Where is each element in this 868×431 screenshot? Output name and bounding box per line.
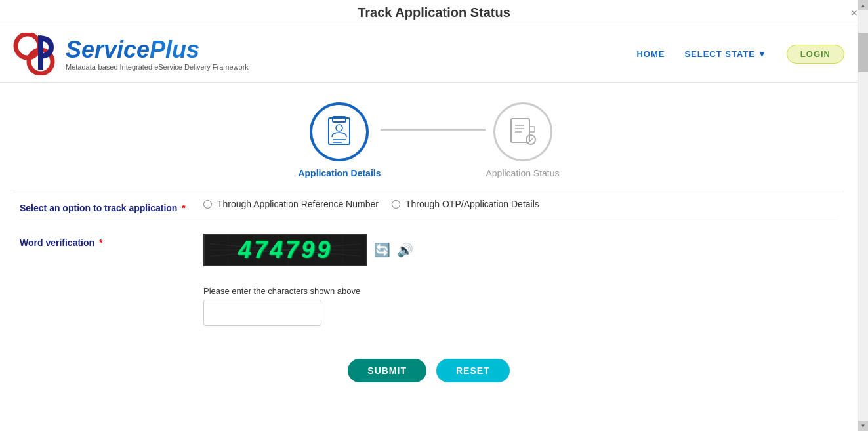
radio-option-1[interactable]: Through Application Reference Number bbox=[203, 199, 379, 209]
application-status-icon bbox=[506, 115, 540, 149]
button-row: SUBMIT RESET bbox=[0, 352, 858, 382]
home-link[interactable]: HOME bbox=[636, 49, 665, 59]
track-option-row: Select an option to track application * … bbox=[20, 199, 838, 220]
scrollbar-thumb[interactable] bbox=[858, 33, 868, 72]
captcha-input[interactable] bbox=[203, 300, 321, 326]
radio-otp-details[interactable] bbox=[392, 200, 400, 209]
logo-area: ServicePlus Metadata-based Integrated eS… bbox=[13, 33, 249, 75]
scroll-down-arrow[interactable]: ▼ bbox=[858, 421, 868, 431]
submit-button[interactable]: SUBMIT bbox=[348, 359, 426, 382]
nav-links: HOME SELECT STATE ▼ LOGIN bbox=[636, 45, 844, 64]
logo-icon bbox=[13, 33, 59, 75]
logo-main-text: ServicePlus bbox=[66, 38, 249, 62]
radio-reference-number[interactable] bbox=[203, 200, 212, 209]
logo-subtitle: Metadata-based Integrated eService Deliv… bbox=[66, 63, 249, 71]
svg-rect-9 bbox=[529, 127, 535, 132]
track-option-label: Select an option to track application * bbox=[20, 199, 203, 213]
main-content: ServicePlus Metadata-based Integrated eS… bbox=[0, 26, 858, 420]
chevron-down-icon: ▼ bbox=[758, 49, 767, 59]
required-asterisk-1: * bbox=[179, 203, 185, 213]
page-title: Track Application Status bbox=[0, 5, 868, 20]
scroll-up-arrow[interactable]: ▲ bbox=[858, 0, 868, 10]
form-area: Select an option to track application * … bbox=[0, 192, 858, 339]
step-1-label: Application Details bbox=[298, 168, 381, 178]
step-1: Application Details bbox=[298, 102, 381, 178]
login-button[interactable]: LOGIN bbox=[787, 45, 844, 64]
select-state-link[interactable]: SELECT STATE ▼ bbox=[684, 49, 766, 59]
track-option-inputs: Through Application Reference Number Thr… bbox=[203, 199, 838, 209]
step-2-circle bbox=[493, 102, 552, 161]
refresh-captcha-icon[interactable]: 🔄 bbox=[374, 242, 390, 258]
captcha-image: 474799 bbox=[203, 234, 367, 266]
svg-point-5 bbox=[336, 125, 342, 131]
application-details-icon bbox=[322, 115, 356, 149]
captcha-hint: Please enter the characters shown above bbox=[203, 286, 838, 296]
word-verification-label: Word verification * bbox=[20, 234, 203, 248]
step-2-label: Application Status bbox=[486, 168, 559, 178]
step-2: Application Status bbox=[486, 102, 559, 178]
stepper: Application Details Application Status bbox=[0, 83, 858, 192]
svg-point-0 bbox=[16, 34, 39, 58]
scrollbar[interactable]: ▲ ▼ bbox=[858, 0, 868, 431]
captcha-container: 474799 🔄 🔊 bbox=[203, 234, 413, 266]
nav-bar: ServicePlus Metadata-based Integrated eS… bbox=[0, 26, 858, 83]
word-verification-row: Word verification * bbox=[20, 234, 838, 273]
captcha-text: 474799 bbox=[238, 236, 333, 264]
reset-button[interactable]: RESET bbox=[436, 359, 510, 382]
step-connector bbox=[381, 129, 486, 131]
required-asterisk-2: * bbox=[96, 237, 102, 248]
close-button[interactable]: × bbox=[850, 7, 858, 19]
title-bar: Track Application Status × bbox=[0, 0, 868, 26]
captcha-area: 474799 🔄 🔊 bbox=[203, 234, 838, 266]
step-1-circle bbox=[310, 102, 369, 161]
captcha-input-row: Please enter the characters shown above bbox=[203, 286, 838, 326]
audio-captcha-icon[interactable]: 🔊 bbox=[397, 242, 413, 258]
radio-option-2[interactable]: Through OTP/Application Details bbox=[392, 199, 539, 209]
logo-text-area: ServicePlus Metadata-based Integrated eS… bbox=[66, 38, 249, 71]
